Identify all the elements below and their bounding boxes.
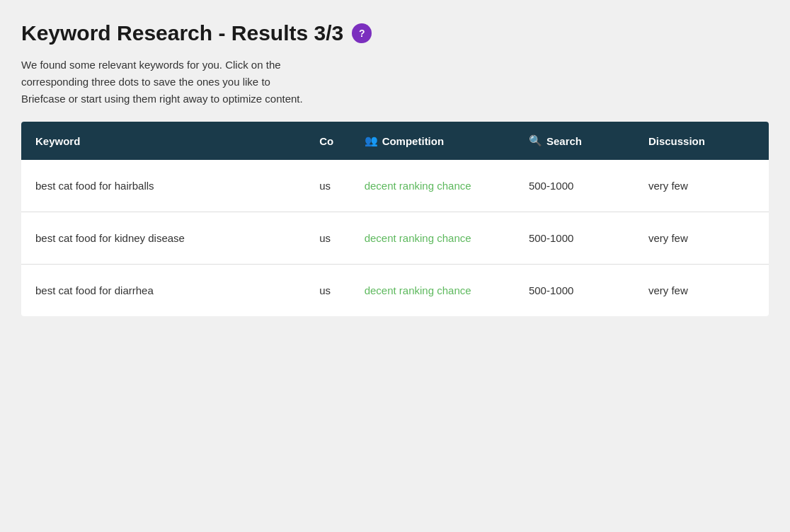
page-title: Keyword Research - Results 3/3: [21, 21, 343, 45]
competition-value: decent ranking chance: [365, 284, 471, 296]
cell-co: us: [305, 160, 350, 212]
cell-keyword: best cat food for kidney disease: [21, 212, 305, 265]
table-body: best cat food for hairballsusdecent rank…: [21, 160, 769, 316]
cell-discussion: very few: [634, 265, 769, 317]
keyword-table-wrapper: Keyword Co 👥 Competition 🔍: [21, 122, 769, 316]
header-row: Keyword Co 👥 Competition 🔍: [21, 122, 769, 160]
cell-discussion: very few: [634, 212, 769, 265]
cell-keyword: best cat food for diarrhea: [21, 265, 305, 317]
table-row: best cat food for hairballsusdecent rank…: [21, 160, 769, 212]
table-row: best cat food for diarrheausdecent ranki…: [21, 265, 769, 317]
subtitle: We found some relevant keywords for you.…: [21, 57, 769, 108]
cell-keyword: best cat food for hairballs: [21, 160, 305, 212]
col-header-discussion: Discussion: [634, 122, 769, 160]
cell-competition: decent ranking chance: [350, 160, 515, 212]
page-container: Keyword Research - Results 3/3 ? We foun…: [21, 21, 769, 316]
cell-co: us: [305, 212, 350, 265]
col-header-keyword: Keyword: [21, 122, 305, 160]
competition-value: decent ranking chance: [365, 180, 471, 192]
cell-discussion: very few: [634, 160, 769, 212]
cell-competition: decent ranking chance: [350, 212, 515, 265]
cell-search: 500-1000: [515, 265, 634, 317]
table-row: best cat food for kidney diseaseusdecent…: [21, 212, 769, 265]
cell-co: us: [305, 265, 350, 317]
cell-search: 500-1000: [515, 212, 634, 265]
cell-search: 500-1000: [515, 160, 634, 212]
header-section: Keyword Research - Results 3/3 ? We foun…: [21, 21, 769, 108]
people-icon: 👥: [365, 134, 378, 147]
search-icon: 🔍: [529, 134, 542, 147]
col-header-co: Co: [305, 122, 350, 160]
table-header: Keyword Co 👥 Competition 🔍: [21, 122, 769, 160]
col-header-competition: 👥 Competition: [350, 122, 515, 160]
keyword-table: Keyword Co 👥 Competition 🔍: [21, 122, 769, 316]
cell-competition: decent ranking chance: [350, 265, 515, 317]
help-icon[interactable]: ?: [352, 23, 372, 43]
competition-value: decent ranking chance: [365, 232, 471, 244]
col-header-search: 🔍 Search: [515, 122, 634, 160]
title-row: Keyword Research - Results 3/3 ?: [21, 21, 769, 45]
